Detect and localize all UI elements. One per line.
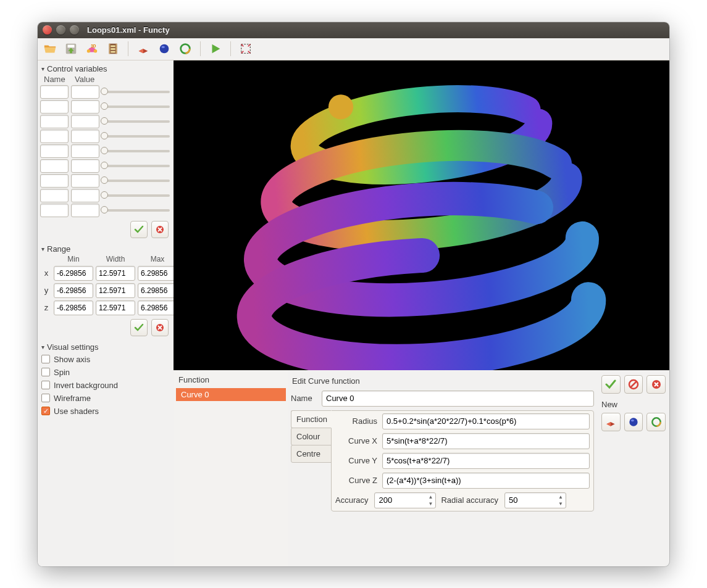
window-close-button[interactable] [43, 25, 52, 35]
show-axis-checkbox[interactable]: Show axis [40, 353, 170, 366]
cv-slider[interactable] [102, 91, 170, 93]
curve-name-input[interactable] [322, 391, 594, 407]
control-variables-header[interactable]: Control variables [40, 63, 170, 75]
radial-accuracy-stepper[interactable]: ▲▼ [504, 492, 566, 508]
cv-name-input[interactable] [40, 189, 69, 202]
check-icon [134, 225, 144, 234]
accuracy-stepper[interactable]: ▲▼ [374, 492, 436, 508]
checkbox-icon [41, 381, 50, 389]
tab-colour[interactable]: Colour [291, 428, 332, 445]
fullscreen-button[interactable] [237, 40, 254, 57]
cv-apply-button[interactable] [130, 221, 148, 238]
tab-function[interactable]: Function [291, 410, 332, 428]
export-button[interactable]: 3D [83, 40, 101, 57]
wireframe-checkbox[interactable]: Wireframe [40, 392, 170, 405]
cv-value-input[interactable] [71, 115, 99, 128]
svg-rect-10 [116, 44, 117, 54]
cv-slider[interactable] [102, 209, 170, 212]
cv-slider[interactable] [102, 106, 170, 108]
toolbar-separator [128, 41, 128, 56]
cv-name-input[interactable] [40, 159, 69, 173]
cv-row [40, 174, 170, 188]
cv-value-input[interactable] [71, 144, 99, 158]
range-y-max[interactable] [138, 283, 174, 298]
app-window: Loops01.xml - Functy 3D [38, 22, 669, 566]
cv-value-input[interactable] [71, 159, 99, 173]
cv-row [40, 144, 170, 158]
cv-name-input[interactable] [40, 115, 69, 128]
viewport-3d[interactable] [174, 60, 669, 370]
window-maximize-button[interactable] [70, 25, 79, 35]
range-x-min[interactable] [54, 266, 93, 281]
editor-apply-button[interactable] [601, 375, 621, 394]
play-button[interactable] [207, 40, 224, 57]
range-y-min[interactable] [54, 283, 93, 298]
range-x-width[interactable] [96, 266, 135, 281]
cv-slider[interactable] [102, 120, 170, 123]
curve-button[interactable] [177, 40, 194, 57]
save-button[interactable] [62, 40, 80, 57]
cv-slider[interactable] [102, 194, 170, 197]
range-z-width[interactable] [96, 300, 135, 315]
chevron-down-icon[interactable]: ▼ [426, 500, 435, 507]
sidebar: Control variables Name Value Range [38, 60, 174, 566]
editor-delete-button[interactable] [646, 375, 666, 394]
window-title: Loops01.xml - Functy [87, 25, 170, 35]
svg-point-2 [87, 49, 91, 53]
cv-name-input[interactable] [40, 100, 69, 114]
chevron-up-icon[interactable]: ▲ [556, 494, 565, 500]
range-z-min[interactable] [54, 300, 93, 315]
new-curve-button[interactable] [646, 413, 666, 431]
use-shaders-checkbox[interactable]: Use shaders [40, 405, 170, 418]
range-apply-button[interactable] [130, 319, 148, 336]
cv-name-input[interactable] [40, 144, 69, 158]
cv-cancel-button[interactable] [151, 221, 169, 238]
chevron-down-icon[interactable]: ▼ [556, 500, 565, 507]
curvey-input[interactable] [382, 453, 590, 469]
editor-reject-button[interactable] [624, 375, 643, 394]
spin-checkbox[interactable]: Spin [40, 366, 170, 379]
invert-bg-checkbox[interactable]: Invert background [40, 379, 170, 392]
cv-slider[interactable] [102, 180, 170, 182]
cv-column-headers: Name Value [40, 75, 170, 84]
no-icon [628, 379, 639, 390]
visual-settings-header[interactable]: Visual settings [40, 341, 170, 353]
animation-button[interactable] [104, 40, 122, 57]
range-y-width[interactable] [96, 283, 135, 298]
svg-point-22 [328, 94, 353, 119]
cv-name-input[interactable] [40, 204, 69, 217]
curvex-input[interactable] [382, 433, 590, 449]
svg-rect-6 [111, 46, 115, 48]
cv-value-input[interactable] [71, 174, 99, 188]
editor-title: Edit Curve function [291, 374, 594, 388]
cv-slider[interactable] [102, 135, 170, 138]
svg-point-11 [160, 44, 169, 54]
radius-input[interactable] [382, 413, 590, 429]
cartesian-button[interactable] [135, 40, 152, 57]
open-button[interactable] [41, 40, 59, 57]
range-cancel-button[interactable] [151, 319, 169, 336]
tab-centre[interactable]: Centre [291, 445, 332, 463]
cv-slider[interactable] [102, 150, 170, 152]
cv-name-input[interactable] [40, 130, 69, 143]
curvez-input[interactable] [382, 473, 590, 489]
range-x-max[interactable] [138, 266, 174, 281]
spherical-button[interactable] [156, 40, 173, 57]
cv-slider[interactable] [102, 165, 170, 167]
new-spherical-button[interactable] [624, 413, 643, 431]
cv-value-input[interactable] [71, 189, 99, 202]
function-list-item[interactable]: Curve 0 [176, 388, 286, 401]
titlebar[interactable]: Loops01.xml - Functy [38, 22, 669, 38]
new-cartesian-button[interactable] [601, 413, 621, 431]
chevron-up-icon[interactable]: ▲ [426, 494, 435, 500]
cv-name-input[interactable] [40, 85, 69, 99]
radius-label: Radius [335, 416, 379, 426]
cv-value-input[interactable] [71, 204, 99, 217]
cv-value-input[interactable] [71, 85, 99, 99]
range-z-max[interactable] [138, 300, 174, 315]
cv-value-input[interactable] [71, 100, 99, 114]
window-minimize-button[interactable] [56, 25, 65, 35]
range-header[interactable]: Range [40, 243, 170, 255]
cv-value-input[interactable] [71, 130, 99, 143]
cv-name-input[interactable] [40, 174, 69, 188]
